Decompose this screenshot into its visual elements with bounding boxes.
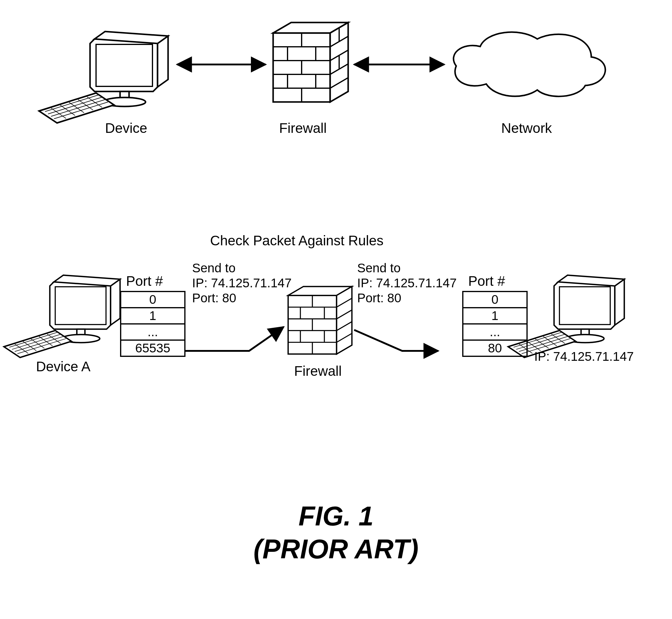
left-packet-line1: Send to [192,261,236,275]
svg-rect-56 [559,287,610,325]
right-packet-line3: Port: 80 [357,291,401,305]
right-port-0: 0 [464,292,527,308]
left-port-table: 0 1 ... 65535 [120,291,185,357]
left-port-0: 0 [121,292,184,308]
right-port-80: 80 [464,341,527,356]
left-port-header: Port # [126,273,163,289]
firewall-label-top: Firewall [279,120,326,136]
firewall-icon-top [273,22,348,102]
cloud-icon [453,32,605,96]
right-packet-line2: IP: 74.125.71.147 [357,276,457,290]
right-packet-line1: Send to [357,261,401,275]
svg-rect-29 [55,287,106,325]
right-port-dots: ... [464,325,527,341]
check-packet-title: Check Packet Against Rules [210,232,383,249]
arrow-left-packet-to-firewall [185,327,284,351]
network-label: Network [501,120,552,136]
firewall-label-mid: Firewall [294,363,342,379]
device-a-label: Device A [36,358,90,374]
svg-rect-0 [96,45,152,86]
right-port-header: Port # [468,273,505,289]
left-packet-line3: Port: 80 [192,291,236,305]
figure-caption-line1: FIG. 1 [0,501,672,532]
figure-caption-line2: (PRIOR ART) [0,534,672,565]
left-port-1: 1 [121,308,184,325]
device-a-icon [4,275,120,358]
diagram-canvas: Device Firewall Network Check Packet Aga… [0,0,672,619]
firewall-icon-mid [288,286,352,354]
left-port-dots: ... [121,325,184,341]
right-ip-label: IP: 74.125.71.147 [534,349,634,364]
right-port-table: 0 1 ... 80 [462,291,528,357]
device-label: Device [105,120,147,136]
arrow-firewall-to-right-port [354,330,438,351]
right-port-1: 1 [464,308,527,325]
device-icon [39,31,168,123]
left-packet-line2: IP: 74.125.71.147 [192,276,292,290]
left-port-65535: 65535 [121,341,184,356]
